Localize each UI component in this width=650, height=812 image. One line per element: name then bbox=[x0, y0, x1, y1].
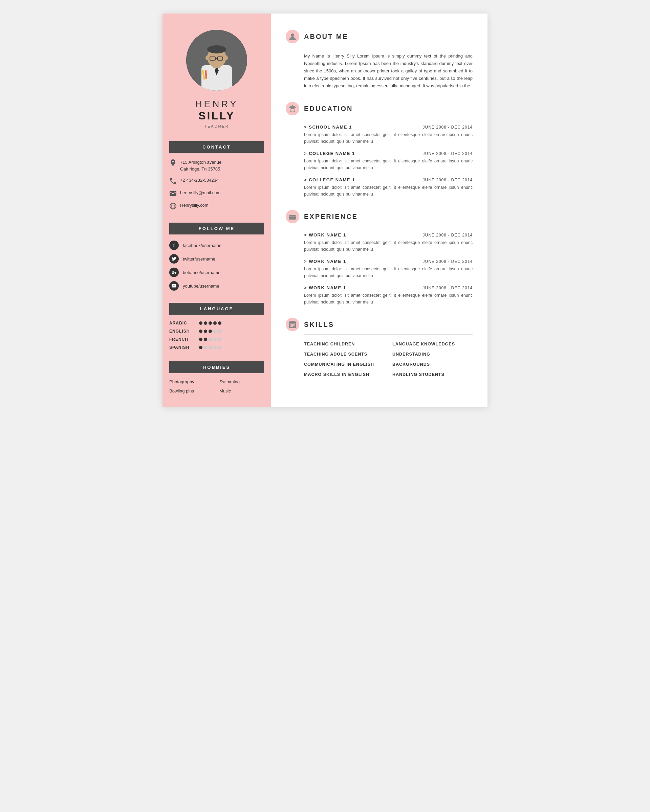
skill-8: HANDLING STUDENTS bbox=[392, 371, 473, 378]
lang-english-name: ENGLISH bbox=[169, 329, 196, 334]
lang-arabic-dots bbox=[199, 321, 222, 325]
social-twitter: twitter/username bbox=[169, 254, 264, 264]
skills-section: SKILLS TEACHING CHILDREN LANGUAGE KNOWLE… bbox=[286, 318, 473, 378]
exp-entry-2: WORK NAME 1 JUNE 2008 - DEC 2014 Lorem i… bbox=[304, 259, 473, 279]
hobby-music: Music bbox=[219, 388, 264, 394]
education-divider bbox=[304, 119, 473, 119]
hobby-swimming: Swimming bbox=[219, 379, 264, 385]
education-icon bbox=[286, 102, 299, 115]
email-icon bbox=[169, 190, 177, 197]
lang-spanish: SPANISH bbox=[169, 345, 264, 350]
edu-entry-1: SCHOOL NAME 1 JUNE 2008 - DEC 2014 Lorem… bbox=[304, 125, 473, 145]
education-header: EDUCATION bbox=[286, 102, 473, 115]
lang-arabic-name: ARABIC bbox=[169, 321, 196, 325]
name-section: HENRY SILLY TEACHER bbox=[195, 99, 238, 138]
job-title: TEACHER bbox=[195, 124, 238, 128]
avatar bbox=[186, 30, 247, 91]
lang-spanish-name: SPANISH bbox=[169, 345, 196, 350]
hobby-bowling: Bowling pins bbox=[169, 388, 214, 394]
edu-date-2: JUNE 2008 - DEC 2014 bbox=[423, 151, 473, 156]
exp-desc-1: Lorem ipsum dolor: sit amet consectet ge… bbox=[304, 239, 473, 253]
edu-desc-2: Lorem ipsum dolor: sit amet consectet ge… bbox=[304, 158, 473, 171]
social-youtube: youtube/username bbox=[169, 281, 264, 291]
location-icon bbox=[169, 159, 177, 167]
facebook-text: facebook/username bbox=[183, 243, 222, 248]
lang-french: FRENCH bbox=[169, 337, 264, 342]
experience-icon bbox=[286, 210, 299, 223]
social-list: f facebook/username twitter/username Bē … bbox=[169, 241, 264, 295]
lang-arabic: ARABIC bbox=[169, 321, 264, 325]
contact-email-text: henrysilly@mail.com bbox=[180, 189, 220, 196]
exp-date-2: JUNE 2008 - DEC 2014 bbox=[423, 259, 473, 264]
skill-2: LANGUAGE KNOWLEDGES bbox=[392, 340, 473, 348]
skill-1: TEACHING CHILDREN bbox=[304, 340, 384, 348]
skills-icon bbox=[286, 318, 299, 331]
contact-phone: +2 434-232-534234 bbox=[169, 177, 264, 185]
social-behance: Bē behance/username bbox=[169, 268, 264, 277]
exp-title-2: WORK NAME 1 bbox=[304, 259, 346, 264]
lang-french-name: FRENCH bbox=[169, 337, 196, 342]
skills-grid: TEACHING CHILDREN LANGUAGE KNOWLEDGES TE… bbox=[304, 340, 473, 378]
exp-date-3: JUNE 2008 - DEC 2014 bbox=[423, 285, 473, 290]
edu-desc-3: Lorem ipsum dolor: sit amet consectet ge… bbox=[304, 184, 473, 198]
contact-web: Henrysilly.com bbox=[169, 202, 264, 210]
first-name: HENRY bbox=[195, 99, 238, 110]
skill-4: UNDERSTADING bbox=[392, 351, 473, 358]
hobbies-list: Photography Swimming Bowling pins Music bbox=[169, 379, 264, 394]
about-divider bbox=[304, 47, 473, 47]
edu-title-1: SCHOOL NAME 1 bbox=[304, 125, 352, 130]
svg-point-5 bbox=[207, 45, 226, 53]
edu-entry-2: COLLEGE NAME 1 JUNE 2008 - DEC 2014 Lore… bbox=[304, 151, 473, 171]
edu-date-3: JUNE 2008 - DEC 2014 bbox=[423, 178, 473, 182]
skill-3: TEACHING ADOLE SCENTS bbox=[304, 351, 384, 358]
sidebar: HENRY SILLY TEACHER CONTACT 715 Arlingto… bbox=[162, 14, 271, 407]
exp-title-3: WORK NAME 1 bbox=[304, 285, 346, 290]
edu-title-3: COLLEGE NAME 1 bbox=[304, 177, 355, 182]
exp-desc-2: Lorem ipsum dolor: sit amet consectet ge… bbox=[304, 266, 473, 279]
about-header: ABOUT ME bbox=[286, 30, 473, 43]
exp-desc-3: Lorem ipsum dolor: sit amet consectet ge… bbox=[304, 292, 473, 305]
exp-entry-3: WORK NAME 1 JUNE 2008 - DEC 2014 Lorem i… bbox=[304, 285, 473, 305]
hobby-photography: Photography bbox=[169, 379, 214, 385]
experience-title: EXPERIENCE bbox=[304, 213, 358, 221]
contact-address: 715 Arlington avenueOak ridge, Tn 35785 bbox=[169, 159, 264, 172]
twitter-text: twitter/username bbox=[183, 256, 215, 261]
edu-title-2: COLLEGE NAME 1 bbox=[304, 151, 355, 156]
contact-email: henrysilly@mail.com bbox=[169, 189, 264, 197]
about-section: ABOUT ME My Name Is Henry Silly Lorem Ip… bbox=[286, 30, 473, 90]
main-content: ABOUT ME My Name Is Henry Silly Lorem Ip… bbox=[271, 14, 488, 407]
youtube-text: youtube/username bbox=[183, 284, 219, 288]
svg-rect-20 bbox=[289, 215, 296, 220]
contact-address-text: 715 Arlington avenueOak ridge, Tn 35785 bbox=[180, 159, 222, 172]
experience-header: EXPERIENCE bbox=[286, 210, 473, 223]
about-title: ABOUT ME bbox=[304, 33, 348, 41]
about-text: My Name Is Henry Silly Lorem Ipsum is si… bbox=[304, 52, 473, 90]
contact-header: CONTACT bbox=[169, 141, 264, 153]
svg-point-14 bbox=[172, 203, 174, 209]
web-icon bbox=[169, 202, 177, 210]
avatar-wrap bbox=[186, 30, 247, 91]
twitter-icon bbox=[169, 254, 179, 264]
edu-desc-1: Lorem ipsum dolor: sit amet consectet ge… bbox=[304, 131, 473, 145]
edu-entry-3: COLLEGE NAME 1 JUNE 2008 - DEC 2014 Lore… bbox=[304, 177, 473, 198]
behance-icon: Bē bbox=[169, 268, 179, 277]
social-facebook: f facebook/username bbox=[169, 241, 264, 250]
svg-point-9 bbox=[205, 55, 209, 60]
skills-title: SKILLS bbox=[304, 321, 334, 328]
about-icon bbox=[286, 30, 299, 43]
youtube-icon bbox=[169, 281, 179, 291]
svg-point-13 bbox=[170, 203, 176, 209]
experience-section: EXPERIENCE WORK NAME 1 JUNE 2008 - DEC 2… bbox=[286, 210, 473, 305]
behance-text: behance/username bbox=[183, 270, 220, 275]
contact-list: 715 Arlington avenueOak ridge, Tn 35785 … bbox=[169, 159, 264, 215]
lang-english-dots bbox=[199, 330, 222, 333]
language-list: ARABIC ENGLISH FRENCH SPANISH bbox=[169, 321, 264, 353]
lang-english: ENGLISH bbox=[169, 329, 264, 334]
skill-7: MACRO SKILLS IN ENGLISH bbox=[304, 371, 384, 378]
language-header: LANGUAGE bbox=[169, 303, 264, 314]
skills-divider bbox=[304, 334, 473, 335]
contact-web-text: Henrysilly.com bbox=[180, 202, 208, 209]
skill-5: COMMUNICATING IN ENGLISH bbox=[304, 361, 384, 368]
skills-header: SKILLS bbox=[286, 318, 473, 331]
lang-french-dots bbox=[199, 338, 222, 341]
